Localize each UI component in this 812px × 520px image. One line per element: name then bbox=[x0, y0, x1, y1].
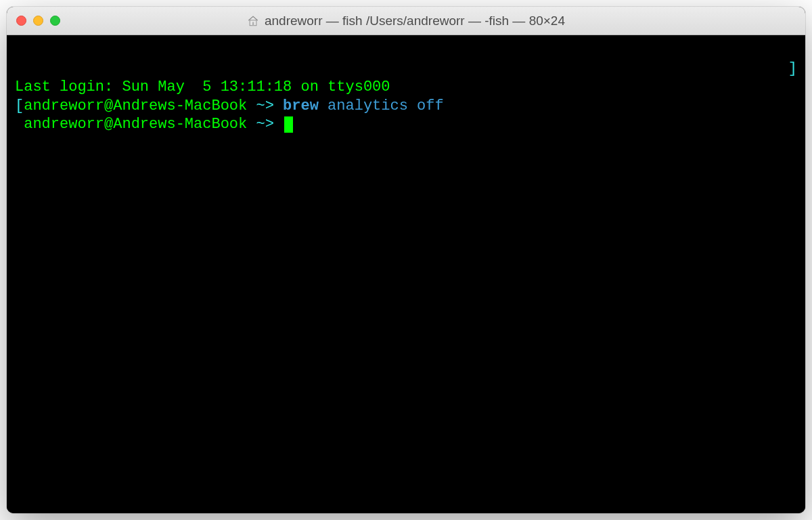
terminal-line: [andreworr@Andrews-MacBook ~> brew analy… bbox=[15, 97, 797, 116]
terminal-text: ~> bbox=[247, 116, 283, 133]
terminal-text: brew bbox=[283, 98, 319, 114]
traffic-lights bbox=[16, 16, 60, 26]
home-icon bbox=[247, 15, 259, 27]
svg-rect-0 bbox=[250, 20, 256, 25]
close-button[interactable] bbox=[16, 16, 26, 26]
terminal-line: Last login: Sun May 5 13:11:18 on ttys00… bbox=[15, 78, 797, 97]
terminal-line: andreworr@Andrews-MacBook ~> bbox=[15, 115, 797, 134]
terminal-text: [ bbox=[15, 98, 24, 114]
terminal-body[interactable]: Last login: Sun May 5 13:11:18 on ttys00… bbox=[7, 35, 805, 513]
terminal-text: andreworr@Andrews-MacBook bbox=[24, 98, 247, 114]
terminal-text: andreworr@Andrews-MacBook bbox=[24, 116, 247, 133]
cursor bbox=[284, 116, 293, 133]
terminal-text bbox=[319, 98, 328, 114]
terminal-text bbox=[15, 116, 24, 133]
window-title-text: andreworr — fish /Users/andreworr — -fis… bbox=[265, 14, 565, 28]
window-title: andreworr — fish /Users/andreworr — -fis… bbox=[7, 14, 805, 28]
zoom-button[interactable] bbox=[50, 16, 60, 26]
minimize-button[interactable] bbox=[33, 16, 43, 26]
svg-rect-1 bbox=[252, 22, 254, 25]
window-titlebar: andreworr — fish /Users/andreworr — -fis… bbox=[7, 7, 805, 35]
prompt-right-bracket: ] bbox=[788, 60, 797, 79]
terminal-text: analytics off bbox=[328, 98, 444, 114]
terminal-text: Last login: Sun May 5 13:11:18 on ttys00… bbox=[15, 79, 390, 95]
terminal-text: ~> bbox=[247, 98, 283, 114]
terminal-window: andreworr — fish /Users/andreworr — -fis… bbox=[7, 7, 805, 513]
